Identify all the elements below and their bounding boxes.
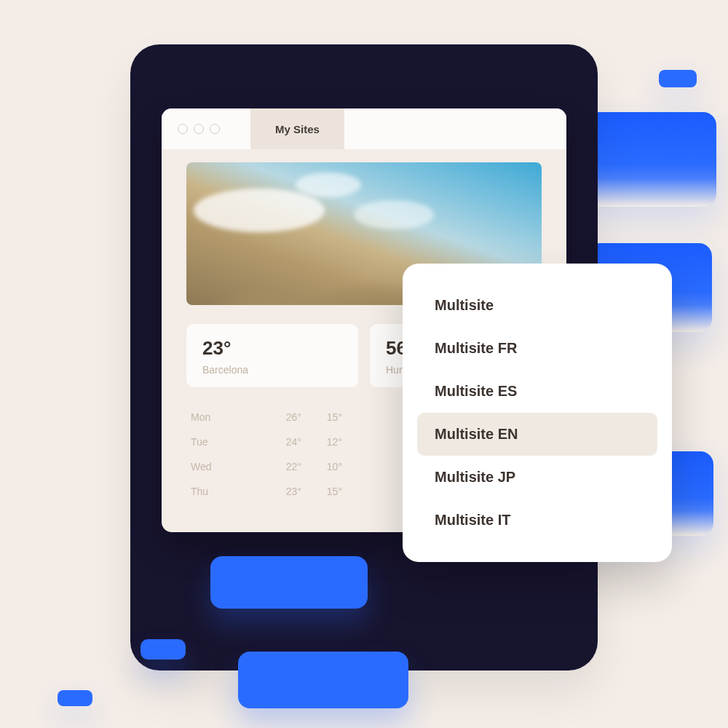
decorative-blob [58,690,92,706]
tab-my-sites[interactable]: My Sites [250,108,344,149]
option-label: Multisite ES [435,383,517,399]
forecast-high: 24° [261,436,301,448]
multisite-dropdown[interactable]: Multisite Multisite FR Multisite ES Mult… [403,264,672,562]
multisite-option[interactable]: Multisite FR [417,327,657,370]
multisite-option[interactable]: Multisite JP [417,456,657,499]
forecast-day: Tue [191,436,261,448]
forecast-low: 12° [301,436,342,448]
decorative-blob [210,556,368,609]
temperature-label: Barcelona [202,364,342,376]
window-dot-icon [178,124,188,134]
multisite-option[interactable]: Multisite IT [417,499,657,542]
decorative-blob [141,639,186,660]
multisite-option[interactable]: Multisite ES [417,370,657,413]
window-dot-icon [210,124,220,134]
decorative-blob [659,70,697,87]
tab-label: My Sites [275,123,320,135]
multisite-option[interactable]: Multisite [417,284,657,327]
decorative-blob [238,652,408,708]
option-label: Multisite [435,297,494,313]
forecast-low: 15° [301,486,342,497]
window-dot-icon [194,124,204,134]
forecast-low: 10° [301,461,342,472]
temperature-card: 23° Barcelona [186,324,358,387]
option-label: Multisite EN [435,426,518,442]
option-label: Multisite JP [435,469,515,485]
option-label: Multisite IT [435,512,510,528]
window-controls[interactable] [162,108,250,149]
forecast-day: Thu [191,486,261,497]
option-label: Multisite FR [435,340,517,356]
temperature-value: 23° [202,337,342,360]
multisite-option-selected[interactable]: Multisite EN [417,413,657,456]
forecast-high: 26° [261,411,301,423]
window-titlebar: My Sites [162,108,566,149]
forecast-day: Wed [191,461,261,472]
forecast-high: 23° [261,486,301,497]
forecast-low: 15° [301,411,342,423]
forecast-day: Mon [191,411,261,423]
forecast-high: 22° [261,461,301,472]
